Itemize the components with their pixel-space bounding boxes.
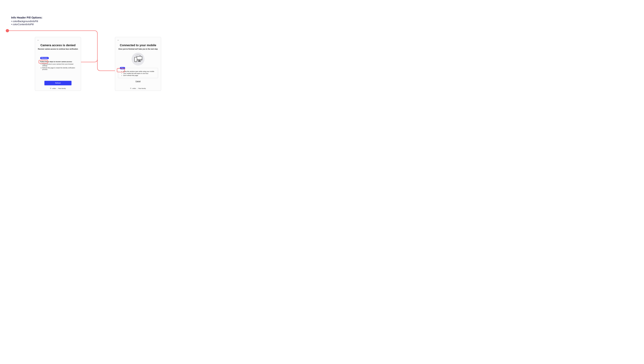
svg-point-13 (130, 88, 131, 89)
svg-marker-4 (140, 55, 140, 56)
page-subtitle: Once you've finished we'll take you to t… (117, 48, 159, 50)
back-arrow-icon[interactable]: ← (37, 39, 79, 42)
page-title: Camera access is denied (37, 44, 79, 47)
footer-brand-name: onfido (132, 88, 136, 89)
camera-denied-card: ← Camera access is denied Recover camera… (35, 37, 81, 91)
illustration-wrap (117, 53, 159, 66)
step-item: Grant access to your camera from your br… (42, 63, 76, 66)
svg-point-12 (131, 88, 131, 88)
steps-list: Grant access to your camera from your br… (40, 63, 76, 70)
page-subtitle: Recover camera access to continue face v… (37, 48, 79, 50)
svg-point-3 (51, 88, 51, 89)
tip-item: Your mobile link will expire in one hour (123, 72, 156, 74)
tip-item: Don't refresh this page (123, 74, 156, 76)
svg-rect-5 (137, 56, 142, 60)
phone-desktop-illustration (132, 53, 144, 66)
steps-heading: Follow these steps to recover camera acc… (40, 61, 76, 62)
onfido-logo-icon (130, 88, 131, 89)
options-item-0: • colorBackgroundInfoPill (11, 20, 42, 23)
footer-brand-name: onfido (52, 88, 56, 89)
refresh-button[interactable]: Refresh (44, 81, 72, 85)
footer-brand: onfido Real Identity (35, 88, 81, 89)
svg-point-2 (50, 88, 51, 89)
svg-rect-7 (139, 60, 140, 61)
step-item: Refresh this page to restart the identit… (42, 67, 76, 70)
annotation-dot (6, 29, 9, 32)
back-arrow-icon[interactable]: ← (117, 39, 159, 42)
footer-tagline: Real Identity (58, 88, 66, 89)
tips-pill: Tips (120, 67, 125, 69)
svg-point-0 (50, 88, 51, 88)
connected-mobile-card: ← Connected to your mobile Once you've f… (115, 37, 161, 91)
svg-point-14 (131, 88, 131, 89)
svg-point-1 (51, 88, 51, 88)
cancel-button[interactable]: Cancel (135, 80, 141, 82)
svg-point-10 (136, 61, 136, 61)
footer-tagline: Real Identity (138, 88, 146, 89)
svg-point-11 (130, 88, 131, 88)
recovery-pill: Recovery (40, 57, 49, 59)
tips-list: Keep this window open while using your m… (120, 70, 156, 76)
options-block: Info Header Pill Options: • colorBackgro… (11, 16, 42, 26)
footer-brand: onfido Real Identity (115, 88, 161, 89)
options-title: Info Header Pill Options: (11, 16, 42, 19)
tip-item: Keep this window open while using your m… (123, 70, 156, 72)
page-title: Connected to your mobile (117, 44, 159, 47)
tips-box: Tips Keep this window open while using y… (118, 68, 158, 78)
onfido-logo-icon (50, 88, 51, 89)
options-item-1: • colorContentInfoPill (11, 23, 42, 26)
